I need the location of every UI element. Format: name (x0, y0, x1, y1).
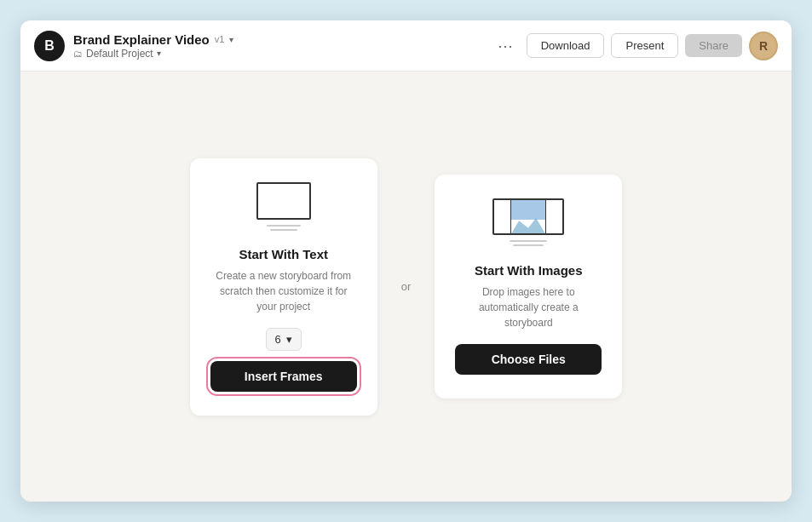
frame-lines (267, 225, 301, 231)
images-card-title: Start With Images (475, 263, 583, 278)
frames-control: 6 ▾ (266, 328, 302, 351)
image-panel-left (494, 200, 511, 233)
folder-icon: 🗂 (73, 49, 83, 59)
cards-container: Start With Text Create a new storyboard … (190, 158, 623, 416)
title-row: Brand Explainer Video v1 ▾ (73, 32, 491, 47)
frames-select[interactable]: 6 ▾ (266, 328, 302, 351)
image-frame-icon (494, 198, 562, 250)
project-row: 🗂 Default Project ▾ (73, 48, 491, 60)
image-panel-right (545, 200, 562, 233)
header-actions: ⋯ Download Present Share R (491, 32, 778, 60)
avatar[interactable]: R (749, 32, 778, 60)
insert-frames-button[interactable]: Insert Frames (210, 361, 357, 392)
logo-icon: B (34, 31, 65, 61)
present-button[interactable]: Present (611, 33, 678, 58)
app-window: B Brand Explainer Video v1 ▾ 🗂 Default P… (20, 20, 792, 502)
frame-line-2 (270, 229, 297, 231)
project-chevron-icon[interactable]: ▾ (157, 49, 161, 58)
choose-files-button[interactable]: Choose Files (455, 344, 602, 375)
frames-chevron-icon: ▾ (286, 333, 292, 346)
download-button[interactable]: Download (527, 33, 605, 58)
header: B Brand Explainer Video v1 ▾ 🗂 Default P… (20, 20, 792, 72)
or-divider: or (401, 280, 412, 293)
text-card-title: Start With Text (239, 247, 328, 261)
share-button[interactable]: Share (685, 34, 742, 57)
start-with-images-card: Start With Images Drop images here to au… (435, 175, 622, 399)
text-card-description: Create a new storyboard from scratch the… (210, 268, 357, 314)
start-with-text-card: Start With Text Create a new storyboard … (190, 158, 377, 416)
text-frame-icon (250, 182, 318, 233)
image-line-1 (510, 240, 547, 242)
project-title: Brand Explainer Video (73, 32, 210, 47)
version-badge: v1 (215, 34, 225, 44)
image-line-2 (513, 244, 544, 246)
frames-value: 6 (275, 333, 281, 346)
image-divider-lines (510, 240, 547, 246)
frame-rectangle (256, 182, 311, 220)
images-card-description: Drop images here to automatically create… (455, 284, 602, 330)
frame-line-1 (267, 225, 301, 227)
title-chevron-icon[interactable]: ▾ (229, 35, 233, 44)
more-menu-button[interactable]: ⋯ (491, 33, 520, 59)
main-content: Start With Text Create a new storyboard … (20, 72, 792, 502)
title-area: Brand Explainer Video v1 ▾ 🗂 Default Pro… (73, 32, 491, 60)
more-icon: ⋯ (498, 37, 513, 55)
image-panel-center (511, 200, 545, 233)
mountain-svg (511, 214, 545, 233)
image-rectangle (492, 198, 564, 235)
project-name: Default Project (86, 48, 153, 60)
